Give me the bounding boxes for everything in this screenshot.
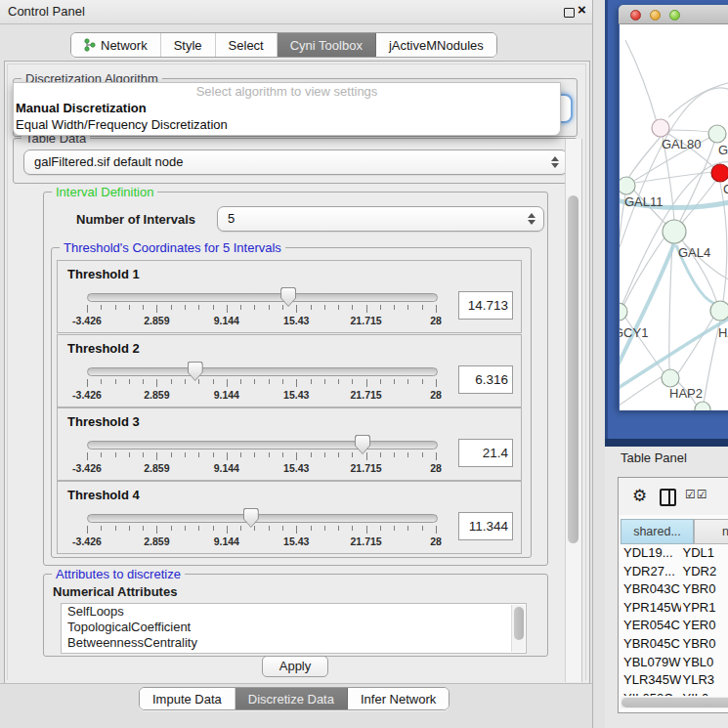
network-node[interactable] [620,177,635,194]
network-node[interactable] [663,220,686,243]
minimize-traffic-light-icon[interactable] [650,10,661,21]
network-edge[interactable] [620,194,625,304]
column-header-name[interactable]: n [694,519,728,544]
network-node[interactable] [695,402,710,410]
network-node[interactable] [710,301,728,321]
minor-tick [171,305,172,310]
network-node[interactable] [662,369,679,387]
threshold-value-field[interactable]: 6.316 [458,365,513,394]
network-node[interactable] [652,119,669,137]
major-tick [366,526,367,534]
minor-tick [380,305,381,310]
close-icon[interactable]: × [578,1,586,18]
minor-tick [394,305,395,310]
minor-tick [407,526,408,531]
node-label: HAP2 [669,386,703,401]
table-row[interactable]: YDL19... YDL1 [621,544,728,563]
cell-shared-name: YBL079W [621,654,681,672]
minor-tick [171,526,172,531]
threshold-slider[interactable]: -3.4262.8599.14415.4321.71528 [87,365,436,403]
cell-name: YIL0 [681,690,728,696]
dropdown-option-manual[interactable]: Manual Discretization [14,100,560,116]
slider-track[interactable] [87,514,438,523]
minor-tick [115,379,116,384]
tab-style[interactable]: Style [161,33,216,57]
network-edge[interactable] [669,243,672,370]
cell-shared-name: YDL19... [621,544,681,563]
network-canvas[interactable]: GAL80GACGAL11GAL4GCY1HAHAP2 [620,24,728,410]
threshold-slider[interactable]: -3.4262.8599.14415.4321.71528 [87,439,436,476]
minor-tick [282,379,283,384]
slider-track[interactable] [87,367,438,376]
threshold-slider[interactable]: -3.4262.8599.14415.4321.71528 [87,291,436,328]
minor-tick [254,305,255,310]
threshold-panel-2: Threshold 2 -3.4262.8599.14415.4321.7152… [57,334,522,407]
float-window-icon[interactable] [564,8,575,18]
minor-tick [324,452,325,457]
list-item[interactable]: BetweennessCentrality [62,635,526,651]
select-columns-icon[interactable]: ☑☑ [685,488,708,501]
minor-tick [338,452,339,457]
table-row[interactable]: YBR043C YBR0 [621,580,728,599]
minor-tick [185,379,186,384]
window-titlebar[interactable] [619,5,728,24]
tab-cyni-toolbox[interactable]: Cyni Toolbox [278,33,376,57]
node-label: GAL4 [678,245,710,260]
table-row[interactable]: YDR27... YDR2 [621,563,728,581]
scrollbar-thumb[interactable] [621,698,728,707]
network-node[interactable] [711,164,728,182]
zoom-traffic-light-icon[interactable] [669,10,680,21]
list-item[interactable]: TopologicalCoefficient [62,620,526,635]
minor-tick [240,526,241,531]
table-data-combobox[interactable]: galFiltered.sif default node [23,150,568,175]
tab-network[interactable]: Network [71,33,161,57]
tab-jactivemnodules[interactable]: jActiveMNodules [376,33,496,57]
split-columns-icon[interactable] [660,489,676,506]
table-row[interactable]: YER054C YER0 [621,617,728,635]
tab-discretize-data[interactable]: Discretize Data [236,688,348,709]
tab-select[interactable]: Select [216,33,278,57]
slider-track[interactable] [87,293,438,302]
table-row[interactable]: YPR145W YPR1 [621,599,728,618]
threshold-slider[interactable]: -3.4262.8599.14415.4321.71528 [87,512,436,549]
threshold-value-field[interactable]: 14.713 [458,291,513,320]
panel-scrollbar[interactable] [565,139,582,682]
network-edge[interactable] [668,81,728,117]
numerical-attributes-list[interactable]: SelfLoopsTopologicalCoefficientBetweenne… [61,603,527,654]
minor-tick [338,305,339,310]
cell-name: YLR3 [681,671,728,690]
threshold-value-field[interactable]: 11.344 [458,512,513,540]
panel-splitter[interactable] [592,0,606,728]
table-row[interactable]: YBR045C YBR0 [621,635,728,654]
minor-tick [101,379,102,384]
column-header-shared-name[interactable]: shared... [621,519,694,544]
node-label: HA [718,325,728,340]
slider-thumb[interactable] [280,287,296,307]
table-horizontal-scrollbar[interactable] [621,697,728,708]
slider-thumb[interactable] [355,435,370,454]
gear-icon[interactable]: ⚙ [632,486,647,506]
tab-impute-data[interactable]: Impute Data [140,688,236,709]
major-tick [436,526,437,534]
network-edge[interactable] [625,40,657,122]
slider-thumb[interactable] [188,362,203,381]
table-row[interactable]: YLR345W YLR3 [621,671,728,690]
dropdown-option-equal-width[interactable]: Equal Width/Frequency Discretization [14,116,560,133]
close-traffic-light-icon[interactable] [630,10,641,21]
network-edge[interactable] [669,130,709,132]
tab-label: Style [174,38,202,53]
minor-tick [185,526,186,531]
slider-thumb[interactable] [243,508,259,528]
list-item[interactable]: SelfLoops [62,604,526,620]
slider-track[interactable] [87,441,438,450]
network-node[interactable] [708,125,726,143]
apply-button[interactable]: Apply [262,656,328,677]
scrollbar-thumb[interactable] [568,195,578,543]
tab-infer-network[interactable]: Infer Network [348,688,449,709]
threshold-value-field[interactable]: 21.4 [458,439,513,467]
list-scrollbar[interactable] [511,605,525,652]
table-row[interactable]: YBL079W YBL0 [621,654,728,672]
num-intervals-combobox[interactable]: 5 [217,206,544,232]
network-edge[interactable] [623,237,664,306]
table-row[interactable]: YIL052C YIL0 [621,690,728,696]
